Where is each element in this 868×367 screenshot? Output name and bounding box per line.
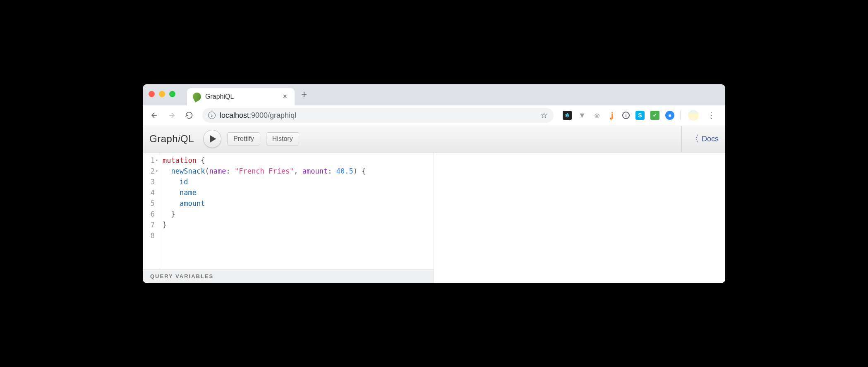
fold-icon[interactable]: ▾ <box>156 166 158 176</box>
code-line: mutation { <box>163 155 366 166</box>
docs-toggle[interactable]: 〈 Docs <box>681 126 719 152</box>
title-bar: GraphiQL × + <box>143 84 725 105</box>
query-editor-pane: 1▾2▾3 4 5 6 7 8 mutation { newSnack(name… <box>143 153 434 283</box>
arrow-right-icon <box>168 111 176 119</box>
line-number: 2▾ <box>143 166 158 176</box>
browser-window: GraphiQL × + i localhost:9000/graphiql ☆… <box>143 84 725 283</box>
extension-icon[interactable]: ◎ <box>592 111 602 120</box>
omnibox[interactable]: i localhost:9000/graphiql ☆ <box>202 108 554 123</box>
line-number: 7 <box>143 219 158 230</box>
play-icon <box>210 135 216 143</box>
arrow-left-icon <box>150 111 158 119</box>
zoom-icon[interactable]: ■ <box>665 111 674 120</box>
history-button[interactable]: History <box>266 132 299 145</box>
prettify-button[interactable]: Prettify <box>227 132 260 145</box>
line-gutter: 1▾2▾3 4 5 6 7 8 <box>143 153 160 269</box>
code-line: id <box>163 176 366 187</box>
chevron-left-icon: 〈 <box>690 133 699 145</box>
code-line: name <box>163 187 366 198</box>
code-line: } <box>163 219 366 230</box>
result-pane <box>434 153 725 283</box>
vue-devtools-icon[interactable]: ▼ <box>578 111 587 120</box>
hook-icon[interactable]: ʝ <box>607 111 616 120</box>
graphiql-toolbar: GraphiQL Prettify History 〈 Docs <box>143 126 725 153</box>
react-devtools-icon[interactable]: ⚛ <box>563 111 572 120</box>
code-content[interactable]: mutation { newSnack(name: "French Fries"… <box>160 153 369 269</box>
info-extension-icon[interactable]: i <box>622 112 630 119</box>
graphiql-logo: GraphiQL <box>149 133 194 145</box>
nav-reload-button[interactable] <box>182 109 196 122</box>
query-variables-header[interactable]: QUERY VARIABLES <box>143 269 434 283</box>
profile-avatar[interactable] <box>688 110 699 121</box>
window-close-button[interactable] <box>149 91 155 97</box>
tab-title: GraphiQL <box>205 93 277 100</box>
code-line: } <box>163 209 366 219</box>
extensions-tray: ⚛ ▼ ◎ ʝ i S ✓ ■ ⋮ <box>560 110 720 121</box>
docs-label: Docs <box>702 135 719 143</box>
bookmark-star-icon[interactable]: ☆ <box>540 110 548 120</box>
nav-back-button[interactable] <box>148 109 161 122</box>
line-number: 1▾ <box>143 155 158 166</box>
fold-icon[interactable]: ▾ <box>156 155 158 166</box>
new-tab-button[interactable]: + <box>295 88 314 100</box>
close-icon[interactable]: × <box>281 92 289 101</box>
nav-forward-button[interactable] <box>165 109 178 122</box>
spring-leaf-icon <box>191 91 202 102</box>
site-info-icon[interactable]: i <box>208 112 216 119</box>
code-line: newSnack(name: "French Fries", amount: 4… <box>163 166 366 176</box>
line-number: 5 <box>143 198 158 209</box>
line-number: 3 <box>143 176 158 187</box>
adguard-icon[interactable]: ✓ <box>650 111 659 120</box>
window-zoom-button[interactable] <box>169 91 175 97</box>
address-bar-row: i localhost:9000/graphiql ☆ ⚛ ▼ ◎ ʝ i S … <box>143 105 725 126</box>
skype-icon[interactable]: S <box>635 111 645 120</box>
execute-button[interactable] <box>203 130 221 148</box>
line-number: 4 <box>143 187 158 198</box>
separator <box>680 111 681 120</box>
line-number: 6 <box>143 209 158 219</box>
window-minimize-button[interactable] <box>159 91 165 97</box>
url-display: localhost:9000/graphiql <box>220 111 296 120</box>
code-line <box>163 230 366 241</box>
editor-split: 1▾2▾3 4 5 6 7 8 mutation { newSnack(name… <box>143 153 725 283</box>
code-line: amount <box>163 198 366 209</box>
query-editor[interactable]: 1▾2▾3 4 5 6 7 8 mutation { newSnack(name… <box>143 153 434 269</box>
browser-tab[interactable]: GraphiQL × <box>187 88 295 105</box>
traffic-lights <box>149 91 175 97</box>
browser-menu-button[interactable]: ⋮ <box>705 110 718 120</box>
line-number: 8 <box>143 230 158 241</box>
reload-icon <box>185 111 193 119</box>
